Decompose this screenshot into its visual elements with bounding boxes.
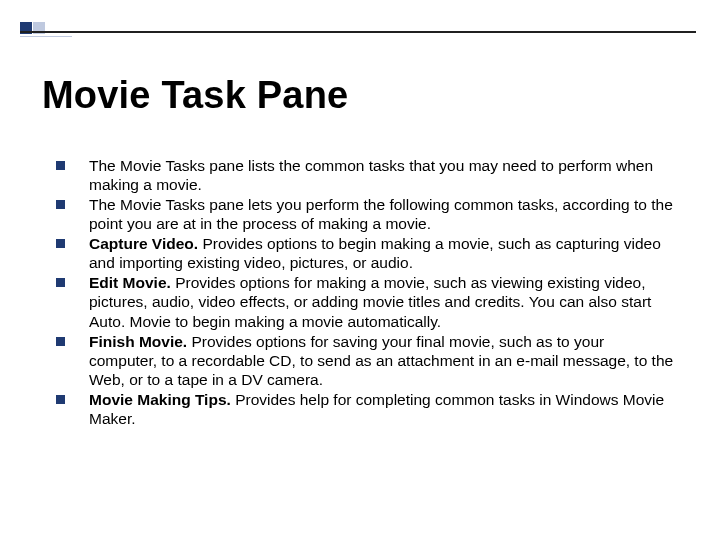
list-item-text: Edit Movie. Provides options for making … — [89, 273, 676, 330]
list-item: Edit Movie. Provides options for making … — [56, 273, 676, 330]
square-bullet-icon — [56, 161, 65, 170]
list-item-text: Movie Making Tips. Provides help for com… — [89, 390, 676, 428]
list-item-text: The Movie Tasks pane lets you perform th… — [89, 195, 676, 233]
list-item: Capture Video. Provides options to begin… — [56, 234, 676, 272]
square-bullet-icon — [56, 337, 65, 346]
header-rule — [20, 31, 696, 33]
list-item: Finish Movie. Provides options for savin… — [56, 332, 676, 389]
list-item-text: Finish Movie. Provides options for savin… — [89, 332, 676, 389]
square-bullet-icon — [56, 395, 65, 404]
bullet-list: The Movie Tasks pane lists the common ta… — [56, 156, 676, 429]
slide-title: Movie Task Pane — [42, 74, 348, 117]
slide-accent — [20, 22, 72, 44]
list-item-text: Capture Video. Provides options to begin… — [89, 234, 676, 272]
list-item: The Movie Tasks pane lets you perform th… — [56, 195, 676, 233]
square-bullet-icon — [56, 239, 65, 248]
list-item: Movie Making Tips. Provides help for com… — [56, 390, 676, 428]
list-item: The Movie Tasks pane lists the common ta… — [56, 156, 676, 194]
square-bullet-icon — [56, 200, 65, 209]
square-bullet-icon — [56, 278, 65, 287]
list-item-text: The Movie Tasks pane lists the common ta… — [89, 156, 676, 194]
